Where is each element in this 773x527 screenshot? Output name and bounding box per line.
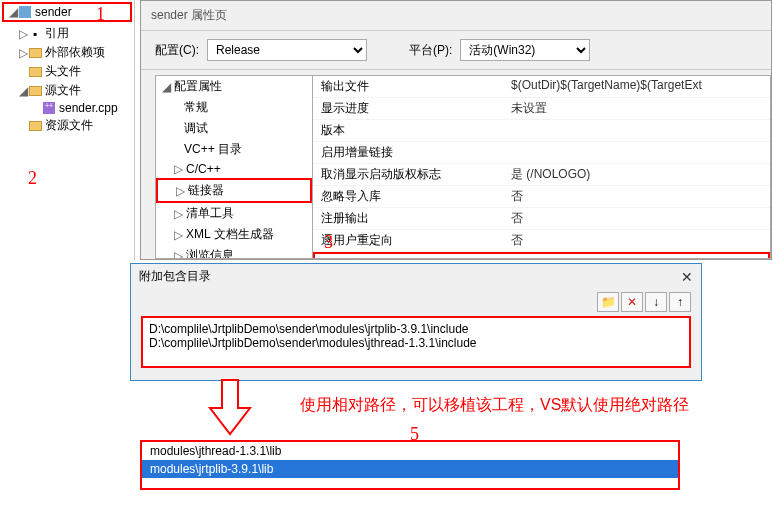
annotation-2: 2 [28,168,37,189]
collapse-icon: ◢ [18,84,28,98]
expand-icon: ▷ [18,27,28,41]
prop-register-output[interactable]: 注册输出否 [313,208,770,230]
new-folder-button[interactable]: 📁 [597,292,619,312]
annotation-3: 3 [324,232,333,253]
tree-node-references[interactable]: ▷ ▪ 引用 [0,24,134,43]
additional-include-dirs-dialog: 附加包含目录 ✕ 📁 ✕ ↓ ↑ D:\complile\JrtplibDemo… [130,263,702,381]
folder-icon [28,119,42,133]
dialog-title: 附加包含目录 [139,268,211,285]
prop-output-file[interactable]: 输出文件$(OutDir)$(TargetName)$(TargetExt [313,76,770,98]
delete-icon: ✕ [627,295,637,309]
prop-suppress-banner[interactable]: 取消显示启动版权标志是 (/NOLOGO) [313,164,770,186]
prop-per-user-redirect[interactable]: 逐用户重定向否 [313,230,770,252]
list-item[interactable]: D:\complile\JrtplibDemo\sender\modules\j… [149,336,683,350]
close-icon[interactable]: ✕ [681,269,693,285]
tree-node-sources[interactable]: ◢ 源文件 [0,81,134,100]
lib-dirs-list[interactable]: modules\jthread-1.3.1\lib modules\jrtpli… [140,440,680,490]
ref-icon: ▪ [28,27,42,41]
cat-config-properties[interactable]: ◢配置属性 [156,76,312,97]
folder-icon [28,84,42,98]
tree-node-external-deps[interactable]: ▷ 外部依赖项 [0,43,134,62]
arrow-down-icon: ↓ [653,295,659,309]
config-select[interactable]: Release [207,39,367,61]
folder-icon [28,65,42,79]
config-toolbar: 配置(C): Release 平台(P): 活动(Win32) [141,31,771,69]
cat-browse-info[interactable]: ▷浏览信息 [156,245,312,259]
cat-linker[interactable]: ▷链接器 [156,178,312,203]
collapse-icon: ◢ [8,5,18,19]
property-pages-window: sender 属性页 配置(C): Release 平台(P): 活动(Win3… [140,0,772,260]
prop-show-progress[interactable]: 显示进度未设置 [313,98,770,120]
arrow-down-annotation [200,378,260,438]
tree-node-sender-cpp[interactable]: ++ sender.cpp [0,100,134,116]
cat-xml-doc[interactable]: ▷XML 文档生成器 [156,224,312,245]
include-paths-list[interactable]: D:\complile\JrtplibDemo\sender\modules\j… [141,316,691,368]
move-up-button[interactable]: ↑ [669,292,691,312]
cat-vc-dirs[interactable]: VC++ 目录 [156,139,312,160]
project-root-node[interactable]: ◢ sender [2,2,132,22]
dialog-toolbar: 📁 ✕ ↓ ↑ [597,292,691,312]
project-icon [18,5,32,19]
folder-icon: 📁 [601,295,616,309]
prop-version[interactable]: 版本 [313,120,770,142]
cat-general[interactable]: 常规 [156,97,312,118]
expand-icon: ▷ [18,46,28,60]
platform-label: 平台(P): [409,42,452,59]
annotation-note: 使用相对路径，可以移植该工程，VS默认使用绝对路径 [300,395,689,416]
prop-incremental-link[interactable]: 启用增量链接 [313,142,770,164]
tree-node-headers[interactable]: 头文件 [0,62,134,81]
cpp-icon: ++ [42,101,56,115]
solution-explorer: ◢ sender ▷ ▪ 引用 ▷ 外部依赖项 头文件 ◢ 源文件 ++ sen… [0,0,135,260]
tree-node-resources[interactable]: 资源文件 [0,116,134,135]
move-down-button[interactable]: ↓ [645,292,667,312]
list-item[interactable]: modules\jrtplib-3.9.1\lib [142,460,678,478]
cat-manifest[interactable]: ▷清单工具 [156,203,312,224]
project-root-label: sender [35,5,72,19]
property-category-tree: ◢配置属性 常规 调试 VC++ 目录 ▷C/C++ ▷链接器 ▷清单工具 ▷X… [155,75,313,259]
property-grid: 输出文件$(OutDir)$(TargetName)$(TargetExt 显示… [313,75,771,259]
delete-button[interactable]: ✕ [621,292,643,312]
prop-ignore-importlib[interactable]: 忽略导入库否 [313,186,770,208]
platform-select[interactable]: 活动(Win32) [460,39,590,61]
arrow-up-icon: ↑ [677,295,683,309]
window-title: sender 属性页 [141,1,771,30]
list-item[interactable]: D:\complile\JrtplibDemo\sender\modules\j… [149,322,683,336]
annotation-1: 1 [96,4,105,25]
list-item[interactable]: modules\jthread-1.3.1\lib [142,442,678,460]
config-label: 配置(C): [155,42,199,59]
prop-additional-lib-dirs[interactable]: 附加库目录 [313,252,770,259]
folder-icon [28,46,42,60]
cat-c-cpp[interactable]: ▷C/C++ [156,160,312,178]
cat-debug[interactable]: 调试 [156,118,312,139]
